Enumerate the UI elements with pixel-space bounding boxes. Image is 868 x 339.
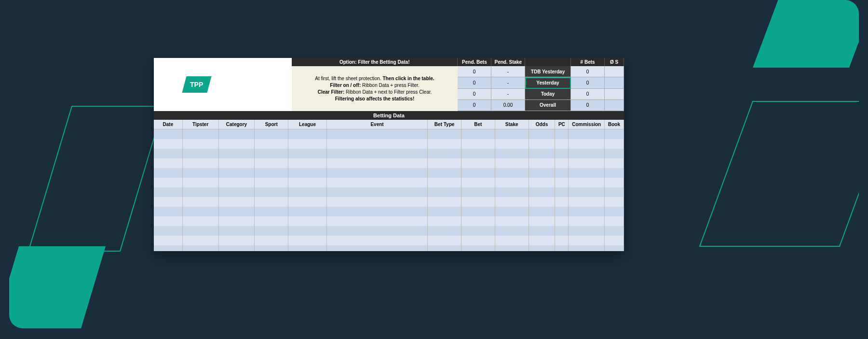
table-cell[interactable] (555, 207, 569, 216)
table-cell[interactable] (495, 178, 529, 187)
table-cell[interactable] (255, 216, 288, 226)
column-header-commission[interactable]: Commission (569, 120, 605, 129)
table-cell[interactable] (605, 197, 624, 207)
table-cell[interactable] (327, 216, 428, 226)
column-header-sport[interactable]: Sport (255, 120, 288, 129)
table-cell[interactable] (428, 149, 461, 158)
table-cell[interactable] (255, 139, 288, 149)
table-cell[interactable] (154, 226, 183, 236)
table-cell[interactable] (255, 158, 288, 168)
table-cell[interactable] (555, 149, 569, 158)
table-cell[interactable] (555, 226, 569, 236)
table-cell[interactable] (154, 158, 183, 168)
table-cell[interactable] (288, 129, 327, 139)
table-cell[interactable] (428, 129, 461, 139)
table-cell[interactable] (255, 245, 288, 251)
table-cell[interactable] (428, 139, 461, 149)
table-cell[interactable] (183, 168, 219, 178)
data-rows-area[interactable] (154, 129, 624, 251)
table-cell[interactable] (555, 187, 569, 197)
table-cell[interactable] (529, 129, 556, 139)
table-cell[interactable] (569, 129, 605, 139)
table-cell[interactable] (529, 197, 556, 207)
table-cell[interactable] (288, 158, 327, 168)
table-cell[interactable] (288, 168, 327, 178)
table-cell[interactable] (555, 216, 569, 226)
table-cell[interactable] (555, 168, 569, 178)
table-cell[interactable] (529, 236, 556, 245)
table-cell[interactable] (219, 129, 255, 139)
table-cell[interactable] (183, 149, 219, 158)
table-cell[interactable] (327, 129, 428, 139)
table-cell[interactable] (183, 207, 219, 216)
table-cell[interactable] (569, 168, 605, 178)
table-cell[interactable] (154, 178, 183, 187)
table-cell[interactable] (327, 207, 428, 216)
table-cell[interactable] (495, 236, 529, 245)
table-cell[interactable] (569, 216, 605, 226)
table-cell[interactable] (495, 216, 529, 226)
table-cell[interactable] (288, 207, 327, 216)
table-cell[interactable] (461, 197, 495, 207)
table-row[interactable] (154, 129, 624, 139)
table-cell[interactable] (555, 139, 569, 149)
table-cell[interactable] (219, 187, 255, 197)
table-cell[interactable] (255, 197, 288, 207)
table-cell[interactable] (327, 226, 428, 236)
table-cell[interactable] (327, 245, 428, 251)
table-cell[interactable] (461, 168, 495, 178)
table-cell[interactable] (219, 168, 255, 178)
column-header-date[interactable]: Date (154, 120, 183, 129)
table-row[interactable] (154, 197, 624, 207)
table-cell[interactable] (529, 139, 556, 149)
table-cell[interactable] (495, 187, 529, 197)
table-cell[interactable] (529, 178, 556, 187)
table-cell[interactable] (605, 236, 624, 245)
table-cell[interactable] (495, 207, 529, 216)
column-header-pc[interactable]: PC (555, 120, 569, 129)
period-button[interactable]: TDB Yesterday (525, 66, 571, 77)
table-cell[interactable] (428, 245, 461, 251)
table-cell[interactable] (461, 245, 495, 251)
table-cell[interactable] (288, 245, 327, 251)
table-cell[interactable] (327, 139, 428, 149)
table-cell[interactable] (154, 139, 183, 149)
table-cell[interactable] (183, 245, 219, 251)
table-cell[interactable] (495, 149, 529, 158)
table-row[interactable] (154, 187, 624, 197)
period-button[interactable]: Overall (525, 100, 571, 111)
table-cell[interactable] (461, 129, 495, 139)
table-cell[interactable] (461, 149, 495, 158)
table-cell[interactable] (495, 139, 529, 149)
period-button[interactable]: Yesterday (525, 77, 571, 88)
column-header-odds[interactable]: Odds (529, 120, 556, 129)
table-cell[interactable] (288, 139, 327, 149)
table-cell[interactable] (529, 226, 556, 236)
table-cell[interactable] (605, 129, 624, 139)
table-cell[interactable] (569, 236, 605, 245)
table-cell[interactable] (288, 226, 327, 236)
table-cell[interactable] (555, 129, 569, 139)
table-cell[interactable] (219, 207, 255, 216)
table-cell[interactable] (461, 178, 495, 187)
table-cell[interactable] (219, 139, 255, 149)
table-cell[interactable] (495, 226, 529, 236)
table-cell[interactable] (219, 178, 255, 187)
table-cell[interactable] (255, 236, 288, 245)
table-cell[interactable] (154, 207, 183, 216)
table-cell[interactable] (605, 149, 624, 158)
table-cell[interactable] (183, 226, 219, 236)
table-cell[interactable] (495, 168, 529, 178)
table-cell[interactable] (327, 149, 428, 158)
column-header-category[interactable]: Category (219, 120, 255, 129)
table-cell[interactable] (255, 226, 288, 236)
table-row[interactable] (154, 149, 624, 158)
table-cell[interactable] (555, 245, 569, 251)
table-cell[interactable] (183, 236, 219, 245)
table-cell[interactable] (288, 216, 327, 226)
table-row[interactable] (154, 226, 624, 236)
table-cell[interactable] (569, 226, 605, 236)
table-cell[interactable] (555, 236, 569, 245)
table-cell[interactable] (495, 129, 529, 139)
table-cell[interactable] (461, 158, 495, 168)
